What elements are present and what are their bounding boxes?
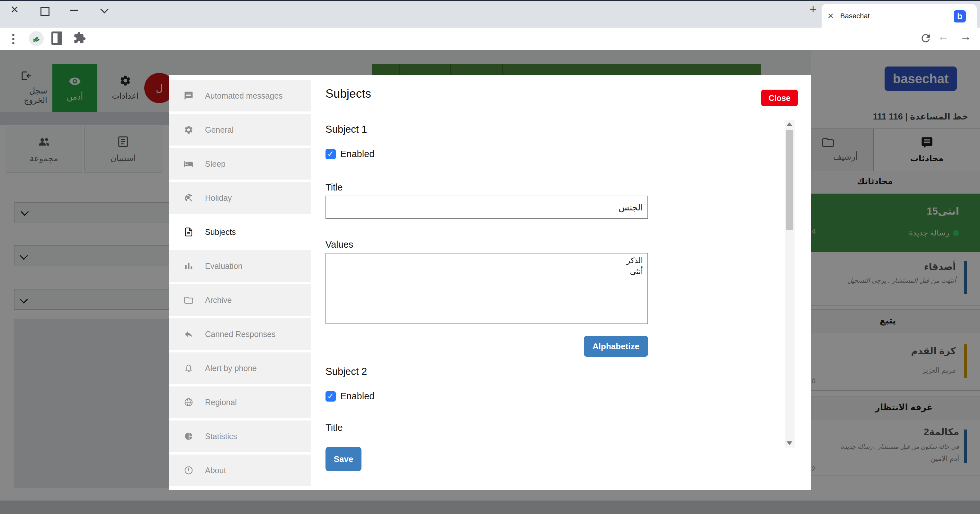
menu-label: Alert by phone [205,364,257,373]
scroll-up-icon[interactable] [787,123,792,126]
subject2-enabled-row: ✓ Enabled [326,391,374,401]
subject1-values-label: Values [326,239,353,250]
subject1-heading: Subject 1 [326,124,367,135]
sidepanel-icon[interactable] [51,32,62,45]
window-close-icon[interactable]: ✕ [10,5,19,15]
screen: ✕ + ✕ Basechat b [0,0,980,514]
umbrella-icon [184,193,193,203]
subject1-values-textarea[interactable]: الذكر أنثى [326,253,648,324]
window-menu-chevron-icon[interactable] [100,5,108,13]
menu-label: Statistics [205,432,237,441]
subject2-heading: Subject 2 [326,366,367,377]
menu-item-canned-responses[interactable]: Canned Responses [169,318,311,350]
alphabetize-button[interactable]: Alphabetize [584,336,648,357]
menu-label: Holiday [205,193,232,203]
plant-avatar-image [29,31,44,46]
new-tab-button[interactable]: + [810,3,816,16]
subject1-title-input[interactable] [326,196,648,219]
scroll-down-icon[interactable] [787,441,792,445]
tab-close-icon[interactable]: ✕ [827,11,834,21]
bell-icon [184,363,193,373]
reload-icon[interactable] [920,32,932,45]
globe-icon [184,397,193,407]
modal-title: Subjects [326,87,371,100]
pie-chart-icon [184,431,193,441]
close-button[interactable]: Close [761,90,798,106]
avatar[interactable] [29,31,44,46]
menu-item-subjects[interactable]: Subjects [169,216,311,248]
browser-toolbar: smsloho.basechat.com/BasechatSMS/170_165… [0,28,980,50]
menu-item-statistics[interactable]: Statistics [169,420,311,452]
subject1-enabled-label: Enabled [340,149,374,159]
save-button[interactable]: Save [326,447,361,471]
subject1-enabled-checkbox[interactable]: ✓ [326,149,336,159]
extensions-puzzle-icon[interactable] [73,32,86,45]
menu-item-automated-messages[interactable]: Automated messages [169,80,311,111]
settings-modal: Automated messages General Sleep Holiday [169,75,811,490]
menu-item-sleep[interactable]: Sleep [169,148,311,180]
forward-arrow-icon[interactable]: → [960,31,972,42]
menu-label: Automated messages [205,91,283,100]
menu-item-evaluation[interactable]: Evaluation [169,250,311,282]
menu-label: Archive [205,296,232,305]
subject2-enabled-checkbox[interactable]: ✓ [326,391,336,401]
menu-label: Subjects [205,228,236,237]
reply-icon [184,329,193,339]
menu-item-general[interactable]: General [169,114,311,146]
menu-label: Sleep [205,159,226,169]
document-icon [184,227,193,237]
menu-item-about[interactable]: About [169,455,311,486]
scrollbar-thumb[interactable] [786,130,793,230]
menu-item-archive[interactable]: Archive [169,284,311,316]
window-maximize-icon[interactable] [40,7,49,16]
tab-title: Basechat [840,12,870,20]
tab-favicon: b [954,10,966,22]
menu-label: About [205,466,226,475]
modal-scrollbar[interactable] [784,120,795,447]
bar-chart-icon [184,261,193,271]
menu-item-regional[interactable]: Regional [169,387,311,418]
gear-icon [184,125,193,135]
browser-tab[interactable]: ✕ Basechat b [822,4,977,28]
subject1-enabled-row: ✓ Enabled [326,149,374,159]
info-icon [184,465,193,475]
browser-titlebar: ✕ + ✕ Basechat b [0,0,980,28]
menu-label: General [205,125,234,135]
subject2-title-label: Title [326,422,343,433]
bed-icon [184,159,193,169]
menu-label: Canned Responses [205,329,276,339]
menu-item-holiday[interactable]: Holiday [169,182,311,214]
folder-icon [184,295,193,305]
subject2-enabled-label: Enabled [340,391,374,401]
menu-label: Regional [205,398,237,407]
menu-label: Evaluation [205,261,243,271]
window-minimize-icon[interactable] [70,10,78,11]
subject1-title-label: Title [326,182,343,193]
menu-item-alert-by-phone[interactable]: Alert by phone [169,352,311,384]
back-arrow-icon[interactable]: ← [938,31,949,42]
chat-icon [184,91,193,100]
browser-menu-kebab-icon[interactable] [12,33,14,45]
window-frame-edge [0,0,980,1]
